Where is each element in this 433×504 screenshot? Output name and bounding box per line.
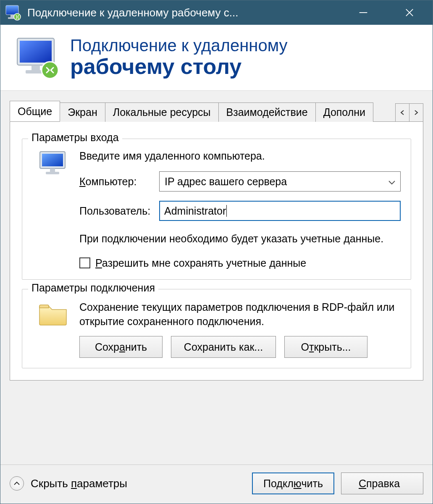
open-button[interactable]: Открыть... (284, 336, 367, 358)
app-icon: ⟩⟨ (5, 4, 21, 21)
username-value: Administrator (164, 205, 226, 217)
svg-text:⟩⟨: ⟩⟨ (16, 14, 19, 19)
username-input[interactable]: Administrator (159, 201, 401, 221)
svg-rect-1 (10, 15, 14, 17)
svg-rect-15 (50, 168, 55, 172)
credentials-note: При подключении необходимо будет указать… (79, 232, 401, 246)
save-as-button[interactable]: Сохранить как... (171, 336, 276, 358)
tab-display[interactable]: Экран (60, 102, 105, 122)
titlebar: ⟩⟨ Подключение к удаленному рабочему с..… (0, 0, 433, 25)
group-connection-legend: Параметры подключения (28, 282, 158, 294)
allow-save-label: Разрешить мне сохранять учетные данные (95, 257, 306, 269)
chevron-down-icon (388, 176, 396, 188)
rdp-dialog-window: ⟩⟨ Подключение к удаленному рабочему с..… (0, 0, 433, 504)
group-login: Параметры входа Введите имя удаленного к… (22, 139, 411, 280)
group-login-legend: Параметры входа (28, 131, 122, 144)
close-button[interactable] (386, 0, 433, 25)
tabstrip: Общие Экран Локальные ресурсы Взаимодейс… (10, 101, 423, 121)
tab-scroll-left[interactable] (395, 103, 409, 122)
group-connection: Параметры подключения Сохранение текущих… (22, 289, 411, 369)
tab-scroll-right[interactable] (409, 103, 423, 122)
banner-line1: Подключение к удаленному (70, 36, 288, 55)
tab-local-resources[interactable]: Локальные ресурсы (105, 102, 219, 122)
computer-combobox[interactable]: IP адрес вашего сервера (159, 171, 401, 192)
banner-text: Подключение к удаленному рабочему столу (70, 36, 288, 79)
connect-button[interactable]: Подключить (252, 472, 334, 494)
tab-general[interactable]: Общие (10, 101, 60, 121)
footer: Скрыть параметры Подключить Справка (0, 465, 433, 504)
banner: Подключение к удаленному рабочему столу (0, 25, 433, 91)
svg-point-12 (42, 62, 58, 79)
tab-panel-general: Параметры входа Введите имя удаленного к… (10, 121, 423, 381)
collapse-options-button[interactable] (10, 476, 24, 491)
window-title: Подключение к удаленному рабочему с... (27, 6, 340, 19)
computer-value: IP адрес вашего сервера (165, 176, 287, 188)
toggle-options-link[interactable]: Скрыть параметры (31, 477, 127, 490)
rdp-monitor-icon (15, 35, 60, 80)
svg-rect-9 (20, 41, 52, 63)
banner-line2: рабочему столу (70, 55, 288, 79)
connection-description: Сохранение текущих параметров подключени… (79, 300, 401, 329)
allow-save-checkbox[interactable] (79, 257, 90, 268)
tab-advanced[interactable]: Дополни (315, 102, 373, 122)
save-button[interactable]: Сохранить (79, 336, 163, 358)
user-label: Пользователь: (79, 205, 159, 217)
computer-label: Компьютер: (79, 176, 159, 188)
minimize-button[interactable] (340, 0, 386, 25)
folder-icon (32, 300, 74, 327)
svg-rect-14 (42, 154, 63, 166)
tab-experience[interactable]: Взаимодействие (218, 102, 316, 122)
svg-rect-10 (31, 65, 40, 70)
computer-icon (32, 150, 74, 177)
login-instruction: Введите имя удаленного компьютера. (79, 150, 401, 162)
help-button[interactable]: Справка (341, 472, 423, 494)
svg-rect-16 (46, 172, 59, 174)
